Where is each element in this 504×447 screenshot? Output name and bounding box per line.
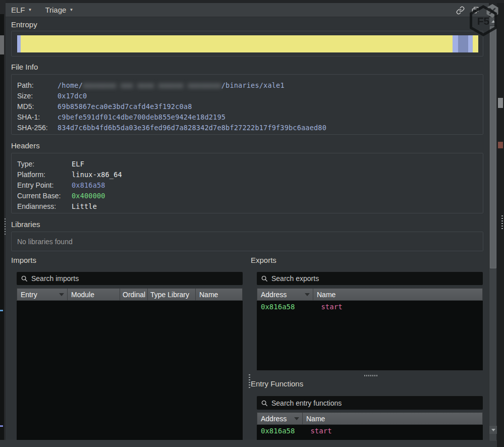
pane-bottom-edge: [0, 440, 497, 447]
exports-search-placeholder: Search exports: [271, 274, 319, 283]
entropy-segment: [453, 35, 458, 52]
sort-arrow-icon: [59, 293, 64, 296]
file-info-row-sha1: SHA-1: c9befe591df01c4dbe700deb855e9424e…: [17, 111, 478, 122]
exports-table-row[interactable]: 0x816a58 _start: [257, 301, 483, 312]
size-label: Size:: [17, 92, 58, 100]
sort-arrow-icon: [294, 417, 299, 420]
search-icon: [261, 275, 268, 282]
sha256-value[interactable]: 834d7c6bb4fd6b5da03e36fed96d7a828342d7e8…: [58, 124, 326, 132]
entry-functions-col-name[interactable]: Name: [303, 413, 482, 424]
entropy-section-title: Entropy: [11, 20, 37, 29]
sort-arrow-icon: [305, 293, 310, 296]
headers-rows: Type:ELFPlatform:linux-x86_64Entry Point…: [17, 158, 478, 211]
entry-functions-search-placeholder: Search entry functions: [271, 399, 342, 407]
entropy-bar[interactable]: [17, 35, 478, 52]
exports-splitter-handle[interactable]: [364, 375, 377, 376]
imports-col-type-library[interactable]: Type Library: [148, 289, 196, 300]
export-name: _start: [313, 303, 343, 311]
left-pane-body: [0, 14, 4, 440]
exports-table-body[interactable]: 0x816a58 _start: [257, 301, 483, 370]
exports-col-address[interactable]: Address: [257, 289, 313, 300]
headers-row: Entry Point:0x816a58: [17, 180, 478, 190]
imports-col-entry[interactable]: Entry: [17, 289, 68, 300]
header-field-value[interactable]: Little: [72, 202, 97, 210]
headers-group-box: Type:ELFPlatform:linux-x86_64Entry Point…: [11, 153, 483, 213]
entry-functions-splitter-handle[interactable]: [249, 374, 250, 389]
file-info-group-box: Path: /home/xxxxxxxx xxx xxxx xxxxxx xxx…: [11, 74, 483, 135]
feature-map-mark-blue: [0, 310, 3, 311]
imports-search-input[interactable]: Search imports: [17, 272, 243, 285]
imports-table-body[interactable]: [17, 301, 243, 440]
entropy-segment: [458, 35, 468, 52]
right-pane-edge: [497, 3, 504, 447]
libraries-section-title: Libraries: [11, 220, 40, 229]
view-type-dropdown[interactable]: ELF ▼: [11, 6, 32, 14]
imports-col-ordinal[interactable]: Ordinal: [120, 289, 148, 300]
imports-col-name[interactable]: Name: [196, 289, 242, 300]
file-info-section-title: File Info: [11, 63, 38, 71]
export-address: 0x816a58: [257, 303, 313, 311]
libraries-group-box: No libraries found: [11, 232, 483, 251]
entry-functions-table-body[interactable]: 0x816a58 _start: [257, 425, 483, 440]
feature-map-mark-purple: [0, 425, 3, 427]
search-icon: [21, 275, 28, 282]
sha1-value[interactable]: c9befe591df01c4dbe700deb855e9424e18d2195: [58, 113, 226, 121]
exports-col-name[interactable]: Name: [313, 289, 482, 300]
view-type-label: ELF: [11, 6, 25, 14]
entropy-group-box: [11, 31, 483, 57]
header-field-value[interactable]: linux-x86_64: [72, 171, 122, 179]
size-value[interactable]: 0x17dc0: [58, 92, 87, 100]
exports-section-title: Exports: [251, 256, 276, 264]
header-field-value[interactable]: 0x400000: [72, 192, 105, 200]
md5-label: MD5:: [17, 102, 58, 110]
entry-function-address: 0x816a58: [257, 427, 302, 435]
header-field-value[interactable]: ELF: [72, 160, 84, 168]
entry-functions-col-address[interactable]: Address: [257, 413, 303, 424]
imports-table-header: Entry Module Ordinal Type Library Name: [17, 288, 243, 301]
left-pane-scroll-thumb[interactable]: [0, 35, 4, 54]
scrollbar-thumb[interactable]: [490, 26, 496, 268]
chevron-down-icon: ▼: [69, 8, 73, 12]
imports-col-module[interactable]: Module: [68, 289, 120, 300]
triangle-down-icon: [491, 429, 495, 431]
pane-action-icons: [456, 3, 480, 17]
view-menu-bar: ELF ▼ Triage ▼: [6, 3, 489, 17]
sha1-label: SHA-1:: [17, 113, 58, 121]
file-info-row-sha256: SHA-256: 834d7c6bb4fd6b5da03e36fed96d7a8…: [17, 122, 478, 133]
file-info-row-path: Path: /home/xxxxxxxx xxx xxxx xxxxxx xxx…: [17, 80, 478, 90]
scrollbar-down-button[interactable]: [489, 426, 497, 434]
headers-row: Type:ELF: [17, 158, 478, 169]
file-info-row-md5: MD5: 69b85867eca0e3bd7cafd4e3f192c0a8: [17, 101, 478, 111]
entry-function-name: _start: [302, 427, 332, 435]
right-strip-gray-mark: [498, 98, 503, 108]
headers-row: Current Base:0x400000: [17, 190, 478, 201]
entry-functions-table-row[interactable]: 0x816a58 _start: [257, 425, 483, 437]
vertical-scrollbar[interactable]: [489, 17, 496, 441]
headers-row: Platform:linux-x86_64: [17, 169, 478, 180]
header-field-label: Endianness:: [17, 202, 72, 210]
triage-view-root: { "menu_bar": { "view_type_label": "ELF"…: [0, 0, 504, 447]
md5-value[interactable]: 69b85867eca0e3bd7cafd4e3f192c0a8: [58, 102, 192, 110]
path-redacted: xxxxxxxx xxx xxxx xxxxxx xxxxxxxx: [83, 81, 221, 89]
path-label: Path:: [17, 81, 58, 89]
right-strip-red-mark: [498, 142, 503, 148]
entropy-segment: [17, 35, 21, 52]
entry-functions-section-title: Entry Functions: [251, 379, 303, 388]
header-field-value[interactable]: 0x816a58: [72, 181, 105, 189]
close-pane-button[interactable]: [485, 4, 499, 21]
entry-functions-table-header: Address Name: [257, 412, 483, 425]
exports-search-input[interactable]: Search exports: [257, 272, 483, 285]
entry-functions-search-input[interactable]: Search entry functions: [257, 396, 483, 410]
view-mode-dropdown[interactable]: Triage ▼: [45, 6, 73, 14]
sync-link-icon[interactable]: [456, 6, 465, 15]
view-mode-label: Triage: [45, 6, 66, 14]
imports-section-title: Imports: [11, 256, 36, 264]
right-splitter-handle[interactable]: [501, 215, 503, 230]
entropy-segment: [473, 35, 478, 52]
entropy-segment: [468, 35, 473, 52]
popout-pane-icon[interactable]: [471, 6, 480, 15]
entropy-segment: [21, 35, 453, 52]
path-value[interactable]: /home/xxxxxxxx xxx xxxx xxxxxx xxxxxxxx/…: [58, 81, 285, 89]
file-info-row-size: Size: 0x17dc0: [17, 90, 478, 101]
header-field-label: Platform:: [17, 171, 72, 179]
